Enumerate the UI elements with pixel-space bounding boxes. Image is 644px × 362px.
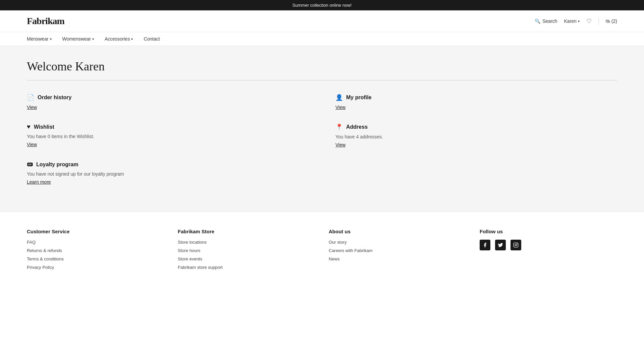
wishlist-card: ♥ Wishlist You have 0 items in the Wishl…	[27, 123, 309, 147]
loyalty-program-title: 🎟 Loyalty program	[27, 161, 309, 168]
order-history-card: 📄 Order history View	[27, 94, 309, 110]
cart-icon: 🛍	[605, 18, 610, 24]
cart-button[interactable]: 🛍 (2)	[605, 18, 617, 24]
logo[interactable]: Fabrikam	[27, 16, 64, 26]
search-icon: 🔍	[535, 18, 540, 24]
loyalty-program-card: 🎟 Loyalty program You have not signed up…	[27, 161, 309, 185]
nav-womenswear-label: Womenswear	[62, 36, 91, 42]
chevron-down-icon: ▾	[131, 37, 133, 41]
wishlist-view-link[interactable]: View	[27, 142, 37, 147]
footer-link-store-locations[interactable]: Store locations	[178, 240, 315, 245]
nav-contact-label: Contact	[144, 36, 160, 42]
chevron-down-icon: ▾	[578, 19, 580, 23]
footer-customer-service-title: Customer Service	[27, 229, 164, 234]
divider	[27, 80, 617, 80]
my-profile-label: My profile	[346, 95, 372, 101]
wishlist-icon: ♥	[27, 123, 31, 130]
nav-contact[interactable]: Contact	[144, 36, 160, 42]
footer-link-terms[interactable]: Terms & conditions	[27, 256, 164, 261]
footer-about-us: About us Our story Careers with Fabrikam…	[329, 229, 466, 273]
footer: Customer Service FAQ Returns & refunds T…	[0, 212, 644, 287]
footer-about-us-title: About us	[329, 229, 466, 234]
address-view-link[interactable]: View	[335, 142, 345, 147]
wishlist-description: You have 0 items in the Wishlist.	[27, 134, 309, 139]
svg-point-2	[517, 243, 518, 244]
footer-link-our-story[interactable]: Our story	[329, 240, 466, 245]
footer-link-privacy[interactable]: Privacy Policy	[27, 265, 164, 270]
wishlist-title: ♥ Wishlist	[27, 123, 309, 130]
footer-fabrikam-store-title: Fabrikam Store	[178, 229, 315, 234]
order-history-title: 📄 Order history	[27, 94, 309, 101]
address-card: 📍 Address You have 4 addresses. View	[335, 123, 617, 147]
main-content: Welcome Karen 📄 Order history View 👤 My …	[0, 46, 644, 212]
my-profile-card: 👤 My profile View	[335, 94, 617, 110]
announcement-text: Summer collection online now!	[292, 3, 352, 8]
order-history-icon: 📄	[27, 94, 34, 101]
chevron-down-icon: ▾	[50, 37, 52, 41]
loyalty-program-label: Loyalty program	[36, 162, 78, 168]
footer-link-store-events[interactable]: Store events	[178, 256, 315, 261]
footer-link-store-support[interactable]: Fabrikam store support	[178, 265, 315, 270]
dashboard-grid: 📄 Order history View 👤 My profile View ♥…	[27, 94, 617, 185]
announcement-bar: Summer collection online now!	[0, 0, 644, 10]
footer-link-faq[interactable]: FAQ	[27, 240, 164, 245]
footer-link-returns[interactable]: Returns & refunds	[27, 248, 164, 253]
footer-grid: Customer Service FAQ Returns & refunds T…	[27, 229, 617, 273]
welcome-title: Welcome Karen	[27, 59, 617, 73]
user-name: Karen	[564, 18, 577, 24]
twitter-icon[interactable]	[495, 240, 506, 250]
footer-follow-us: Follow us	[480, 229, 617, 273]
header-divider	[598, 18, 599, 24]
order-history-view-link[interactable]: View	[27, 105, 37, 110]
facebook-icon[interactable]	[480, 240, 490, 250]
footer-customer-service: Customer Service FAQ Returns & refunds T…	[27, 229, 164, 273]
svg-point-1	[515, 244, 517, 246]
wishlist-button[interactable]: ♡	[586, 17, 592, 25]
address-label: Address	[346, 124, 368, 130]
address-icon: 📍	[335, 123, 343, 131]
instagram-icon[interactable]	[511, 240, 521, 250]
loyalty-program-icon: 🎟	[27, 161, 33, 168]
svg-rect-0	[514, 243, 518, 247]
user-menu[interactable]: Karen ▾	[564, 18, 580, 24]
address-title: 📍 Address	[335, 123, 617, 131]
nav-womenswear[interactable]: Womenswear ▾	[62, 36, 94, 42]
loyalty-program-description: You have not signed up for our loyalty p…	[27, 171, 309, 177]
footer-follow-us-title: Follow us	[480, 229, 617, 234]
cart-count: (2)	[611, 18, 617, 24]
footer-link-careers[interactable]: Careers with Fabrikam	[329, 248, 466, 253]
address-description: You have 4 addresses.	[335, 134, 617, 139]
my-profile-view-link[interactable]: View	[335, 105, 345, 110]
wishlist-label: Wishlist	[34, 124, 54, 130]
header-right: 🔍 Search Karen ▾ ♡ 🛍 (2)	[535, 17, 617, 25]
loyalty-program-learn-more-link[interactable]: Learn more	[27, 179, 51, 185]
my-profile-title: 👤 My profile	[335, 94, 617, 101]
header: Fabrikam 🔍 Search Karen ▾ ♡ 🛍 (2)	[0, 10, 644, 32]
order-history-label: Order history	[38, 95, 71, 101]
main-nav: Menswear ▾ Womenswear ▾ Accessories ▾ Co…	[0, 32, 644, 46]
social-icons	[480, 240, 617, 250]
nav-menswear-label: Menswear	[27, 36, 49, 42]
my-profile-icon: 👤	[335, 94, 343, 101]
footer-fabrikam-store: Fabrikam Store Store locations Store hou…	[178, 229, 315, 273]
search-button[interactable]: 🔍 Search	[535, 18, 557, 24]
nav-accessories[interactable]: Accessories ▾	[105, 36, 133, 42]
chevron-down-icon: ▾	[92, 37, 94, 41]
search-label: Search	[542, 18, 557, 24]
nav-menswear[interactable]: Menswear ▾	[27, 36, 52, 42]
footer-link-store-hours[interactable]: Store hours	[178, 248, 315, 253]
footer-link-news[interactable]: News	[329, 256, 466, 261]
nav-accessories-label: Accessories	[105, 36, 130, 42]
